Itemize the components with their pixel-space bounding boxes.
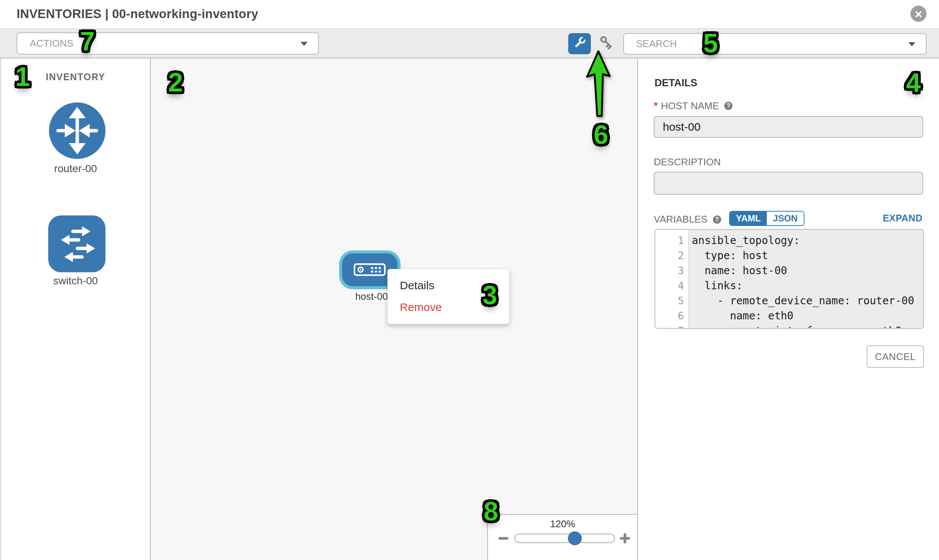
yaml-toggle-button[interactable]: YAML [730, 212, 767, 225]
help-icon[interactable]: ? [724, 102, 732, 110]
inventory-sidebar: INVENTORY router-00 [0, 58, 151, 560]
code-line: name: host-00 [689, 263, 923, 278]
host-name-label: HOST NAME [661, 100, 719, 112]
expand-link[interactable]: EXPAND [883, 213, 922, 224]
line-number: 4 [655, 278, 688, 293]
details-panel: DETAILS * HOST NAME ? DESCRIPTION VARIAB… [639, 58, 939, 560]
editor-code-column: ansible_topology: type: host name: host-… [689, 230, 923, 328]
editor-line-numbers: 1 2 3 4 5 6 7 [655, 230, 689, 328]
variables-code-editor[interactable]: 1 2 3 4 5 6 7 ansible_topology: type: ho… [655, 229, 924, 329]
search-dropdown[interactable]: SEARCH [623, 33, 927, 55]
actions-dropdown-label: ACTIONS [30, 38, 74, 49]
chevron-down-icon [908, 42, 915, 46]
json-toggle-button[interactable]: JSON [767, 212, 804, 225]
code-line: remote_interface_name: eth0 [689, 323, 923, 329]
variables-label: VARIABLES [654, 214, 708, 225]
key-icon [598, 34, 617, 53]
host-name-input[interactable] [654, 116, 923, 138]
description-label: DESCRIPTION [654, 156, 721, 168]
close-button[interactable]: × [910, 6, 927, 22]
details-panel-title: DETAILS [655, 77, 697, 89]
line-number: 7 [655, 323, 688, 329]
context-menu-item-remove[interactable]: Remove [400, 296, 509, 318]
zoom-out-button[interactable] [498, 537, 508, 540]
description-label-row: DESCRIPTION [654, 156, 721, 168]
search-placeholder: SEARCH [636, 38, 677, 50]
toolbar-key-button[interactable] [597, 34, 618, 53]
code-line: - remote_device_name: router-00 [689, 293, 923, 308]
zoom-slider-knob[interactable] [568, 531, 582, 545]
line-number: 1 [655, 233, 688, 248]
context-menu: Details Remove [387, 269, 509, 324]
line-number: 5 [655, 293, 688, 308]
sidebar-item-switch-00[interactable] [48, 215, 105, 272]
switch-icon [48, 267, 105, 274]
code-line: name: eth0 [689, 308, 923, 323]
required-asterisk: * [654, 100, 658, 112]
line-number: 3 [655, 263, 688, 278]
zoom-in-button[interactable] [620, 533, 630, 543]
code-line: ansible_topology: [689, 233, 923, 248]
zoom-slider-track[interactable] [514, 534, 615, 543]
sidebar-item-router-00[interactable] [49, 102, 105, 159]
cancel-button[interactable]: CANCEL [867, 345, 924, 368]
line-number: 6 [655, 308, 688, 323]
help-icon[interactable]: ? [713, 215, 721, 224]
variables-format-toggle: YAML JSON [729, 211, 805, 226]
inventory-topology-app: INVENTORIES | 00-networking-inventory × … [0, 0, 939, 560]
chevron-down-icon [301, 42, 307, 46]
host-icon [353, 263, 386, 277]
variables-label-row: VARIABLES ? [654, 214, 721, 225]
host-name-label-row: * HOST NAME ? [654, 100, 732, 112]
toolbar-tools-button[interactable] [568, 33, 591, 54]
switch-node-label: switch-00 [1, 275, 150, 287]
zoom-control: 120% [487, 514, 638, 560]
zoom-level-value: 120% [488, 518, 637, 530]
sidebar-title: INVENTORY [1, 72, 150, 83]
wrench-icon [572, 35, 587, 52]
context-menu-item-details[interactable]: Details [400, 275, 509, 296]
host-node-label: host-00 [353, 291, 390, 302]
router-icon [49, 154, 105, 160]
code-line: type: host [689, 248, 923, 263]
toolbar: ACTIONS [0, 28, 939, 58]
close-icon: × [915, 8, 922, 20]
actions-dropdown[interactable]: ACTIONS [17, 32, 319, 55]
router-node-label: router-00 [1, 163, 150, 175]
description-input[interactable] [654, 172, 923, 195]
line-number: 2 [655, 248, 688, 263]
code-line: links: [689, 278, 923, 293]
page-title: INVENTORIES | 00-networking-inventory [17, 7, 258, 21]
